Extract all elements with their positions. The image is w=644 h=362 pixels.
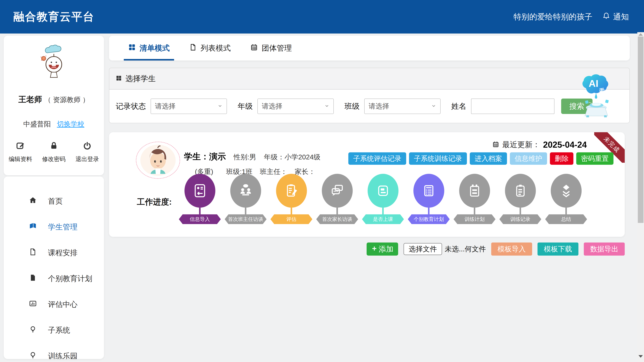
progress-step-training-record[interactable]: 训练记录 bbox=[498, 174, 543, 224]
sidebar-item-iep[interactable]: 个别教育计划 bbox=[4, 266, 104, 292]
scroll-up-arrow[interactable] bbox=[638, 33, 643, 36]
slogan-text: 特别的爱给特别的孩子 bbox=[514, 11, 592, 22]
top-bar-right: 特别的爱给特别的孩子 通知 bbox=[514, 0, 629, 33]
student-action-buttons: 子系统评估记录 子系统训练记录 进入档案 信息维护 删除 密码重置 bbox=[348, 152, 614, 165]
book-icon bbox=[29, 222, 37, 232]
progress-step-info-import[interactable]: 信息导入 bbox=[177, 174, 223, 224]
filter-title: 选择学生 bbox=[126, 73, 156, 84]
grid-icon bbox=[128, 43, 136, 53]
tab-label: 清单模式 bbox=[140, 43, 170, 53]
data-export-button[interactable]: 数据导出 bbox=[584, 243, 625, 256]
menu-label: 训练乐园 bbox=[48, 351, 78, 359]
file-icon bbox=[189, 43, 197, 53]
scrollbar-thumb[interactable] bbox=[638, 36, 644, 223]
switch-school-link[interactable]: 切换学校 bbox=[57, 119, 84, 129]
home-icon bbox=[29, 196, 37, 206]
notice-label: 通知 bbox=[613, 11, 629, 22]
template-download-button[interactable]: 模板下载 bbox=[538, 243, 578, 256]
notifications-button[interactable]: 通知 bbox=[602, 11, 629, 22]
sidebar-item-assessment-center[interactable]: 评估中心 bbox=[4, 292, 104, 317]
menu-label: 首页 bbox=[48, 196, 63, 206]
selected-value: 请选择 bbox=[368, 102, 389, 111]
name-input[interactable] bbox=[471, 98, 554, 114]
change-password-button[interactable]: 修改密码 bbox=[37, 141, 70, 163]
password-reset-button[interactable]: 密码重置 bbox=[576, 152, 614, 165]
sidebar-item-home[interactable]: 首页 bbox=[4, 188, 104, 214]
record-status-select[interactable]: 请选择 bbox=[150, 98, 227, 114]
subsystem-training-records-button[interactable]: 子系统训练记录 bbox=[409, 152, 467, 165]
student-gender: 性别:男 bbox=[234, 152, 256, 162]
chevron-down-icon bbox=[431, 103, 436, 109]
menu-label: 课程安排 bbox=[48, 248, 78, 258]
clipboard-icon bbox=[505, 174, 536, 208]
sidebar-item-training-park[interactable]: 训练乐园 bbox=[4, 343, 104, 359]
class-select[interactable]: 请选择 bbox=[364, 98, 440, 114]
progress-step-label: 个别教育计划 bbox=[408, 214, 450, 224]
clipboard-pencil-icon bbox=[276, 174, 307, 208]
scroll-down-arrow[interactable] bbox=[638, 355, 643, 358]
sidebar-item-subsystem[interactable]: 子系统 bbox=[4, 317, 104, 343]
menu-label: 子系统 bbox=[48, 325, 70, 335]
work-progress-label: 工作进度: bbox=[137, 197, 172, 207]
progress-step-assessment[interactable]: 评估 bbox=[268, 174, 314, 224]
tab-group-management[interactable]: 团体管理 bbox=[250, 36, 292, 60]
subsystem-assessment-records-button[interactable]: 子系统评估记录 bbox=[348, 152, 406, 165]
ai-assistant-widget[interactable]: AI 助手 bbox=[579, 72, 615, 122]
edit-icon bbox=[16, 148, 25, 151]
name-label: 姓名 bbox=[451, 101, 466, 111]
tab-label: 列表模式 bbox=[200, 43, 231, 53]
scrollbar[interactable] bbox=[637, 32, 644, 362]
progress-step-attendance[interactable]: 是否上课 bbox=[360, 174, 406, 224]
progress-step-label: 训练计划 bbox=[454, 214, 496, 224]
sidebar-item-student-management[interactable]: 学生管理 bbox=[4, 214, 104, 240]
file-filled-icon bbox=[29, 274, 37, 283]
add-label: 添加 bbox=[379, 244, 394, 254]
teacher-avatar bbox=[36, 45, 72, 81]
progress-step-label: 总结 bbox=[545, 214, 587, 224]
progress-step-first-parent-interview[interactable]: 首次家长访谈 bbox=[314, 174, 360, 224]
sidebar-item-course-schedule[interactable]: 课程安排 bbox=[4, 240, 104, 266]
progress-step-iep[interactable]: 个别教育计划 bbox=[406, 174, 452, 224]
file-status-text: 未选...何文件 bbox=[445, 244, 486, 254]
enter-archive-button[interactable]: 进入档案 bbox=[470, 152, 507, 165]
progress-step-label: 首次班主任访谈 bbox=[225, 214, 267, 224]
sidebar-menu: 首页 学生管理 课程安排 个别教育计划 评估中心 bbox=[4, 176, 104, 359]
id-card-import-icon bbox=[184, 174, 215, 208]
lightbulb-icon bbox=[29, 351, 37, 359]
edit-profile-button[interactable]: 编辑资料 bbox=[4, 141, 37, 163]
student-avatar bbox=[136, 142, 180, 179]
profile-actions: 编辑资料 修改密码 退出登录 bbox=[4, 141, 104, 163]
power-icon bbox=[83, 148, 92, 151]
teacher-name-row: 王老师 （ 资源教师 ） bbox=[4, 94, 104, 105]
info-maintenance-button[interactable]: 信息维护 bbox=[510, 152, 547, 165]
progress-step-label: 评估 bbox=[270, 214, 312, 224]
progress-step-first-teacher-interview[interactable]: 首次班主任访谈 bbox=[223, 174, 268, 224]
progress-step-training-plan[interactable]: 训练计划 bbox=[452, 174, 498, 224]
logout-button[interactable]: 退出登录 bbox=[70, 141, 104, 163]
tab-checklist-mode[interactable]: 清单模式 bbox=[128, 36, 170, 60]
grade-label: 年级 bbox=[238, 101, 253, 111]
class-label: 班级 bbox=[344, 101, 360, 111]
ai-label-1: AI bbox=[589, 78, 598, 89]
record-status-label: 记录状态 bbox=[116, 101, 146, 111]
selected-value: 请选择 bbox=[262, 102, 282, 111]
delete-button[interactable]: 删除 bbox=[550, 152, 574, 165]
grade-select[interactable]: 请选择 bbox=[258, 98, 334, 114]
tab-list-mode[interactable]: 列表模式 bbox=[189, 36, 231, 60]
bell-icon bbox=[602, 12, 610, 22]
add-button[interactable]: 添加 bbox=[366, 243, 398, 256]
calendar-icon bbox=[250, 43, 258, 53]
profile-card: 王老师 （ 资源教师 ） 中盛普阳 切换学校 编辑资料 修改密码 bbox=[4, 36, 104, 175]
work-progress-row: 信息导入 首次班主任访谈 评估 首 bbox=[177, 174, 589, 224]
bar-chart-icon bbox=[29, 300, 37, 309]
bottom-action-bar: 添加 选择文件 未选...何文件 模板导入 模板下载 数据导出 bbox=[366, 243, 625, 256]
plus-icon bbox=[371, 245, 377, 253]
teacher-name: 王老师 bbox=[18, 95, 42, 104]
template-import-button[interactable]: 模板导入 bbox=[491, 243, 532, 256]
choose-file-button[interactable]: 选择文件 bbox=[404, 243, 442, 255]
school-name: 中盛普阳 bbox=[23, 119, 51, 129]
progress-step-summary[interactable]: 总结 bbox=[543, 174, 589, 224]
calendar-icon bbox=[492, 141, 499, 148]
menu-label: 评估中心 bbox=[48, 300, 78, 309]
lightbulb-icon bbox=[29, 325, 37, 335]
